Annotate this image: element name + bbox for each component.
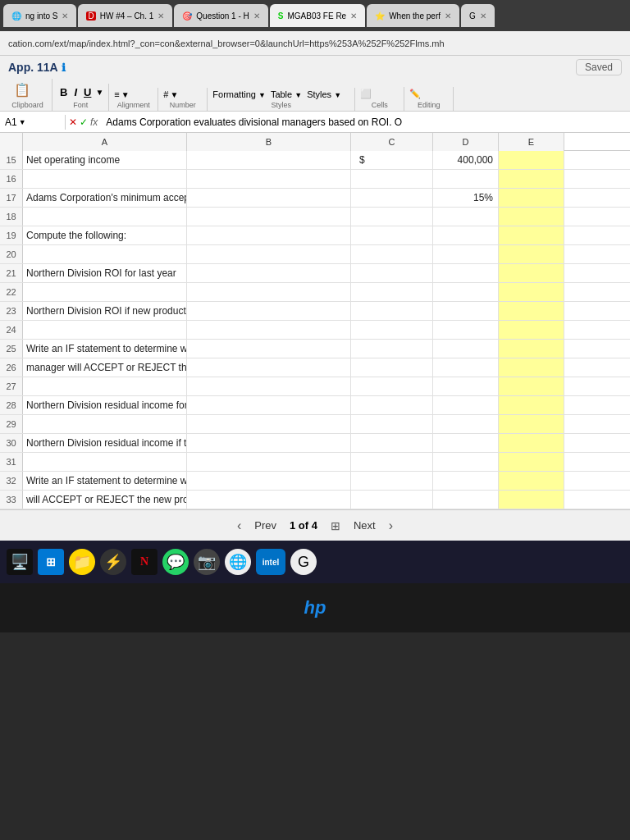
cell-c27[interactable] bbox=[351, 377, 433, 395]
cell-b19[interactable] bbox=[187, 226, 351, 244]
tab-close-icon[interactable]: ✕ bbox=[480, 11, 486, 21]
cell-c32[interactable] bbox=[351, 472, 433, 490]
cell-b26[interactable] bbox=[187, 358, 351, 377]
cell-d20[interactable] bbox=[433, 245, 499, 263]
cell-c19[interactable] bbox=[351, 226, 433, 244]
cell-d27[interactable] bbox=[433, 377, 499, 395]
cell-e15[interactable] bbox=[499, 151, 564, 169]
number-dropdown[interactable]: ▼ bbox=[170, 90, 178, 99]
cell-reference-box[interactable]: A1 ▼ bbox=[0, 115, 66, 130]
address-bar[interactable]: cation.com/ext/map/index.html?_con=con&e… bbox=[0, 31, 630, 56]
taskbar-icon-windows[interactable]: 🖥️ bbox=[7, 549, 33, 575]
cell-e26[interactable] bbox=[499, 358, 564, 377]
cell-c28[interactable] bbox=[351, 396, 433, 414]
cell-a21[interactable]: Northern Division ROI for last year bbox=[23, 264, 187, 282]
col-header-e[interactable]: E bbox=[499, 133, 564, 151]
cell-e28[interactable] bbox=[499, 396, 564, 414]
styles-button[interactable]: Styles ▼ bbox=[307, 89, 341, 99]
cell-e20[interactable] bbox=[499, 245, 564, 263]
cell-a18[interactable] bbox=[23, 208, 187, 226]
cell-b31[interactable] bbox=[187, 453, 351, 471]
cell-a19[interactable]: Compute the following: bbox=[23, 226, 187, 244]
cell-b25[interactable] bbox=[187, 340, 351, 358]
col-header-a[interactable]: A bbox=[23, 133, 187, 151]
cell-d33[interactable] bbox=[433, 491, 499, 509]
table-button[interactable]: Table ▼ bbox=[271, 89, 302, 99]
cell-b22[interactable] bbox=[187, 283, 351, 301]
cell-a28[interactable]: Northern Division residual income for la… bbox=[23, 396, 187, 414]
tab-close-icon[interactable]: ✕ bbox=[158, 11, 164, 21]
tab-when-the-perf[interactable]: ⭐ When the perf ✕ bbox=[367, 4, 459, 27]
next-button[interactable]: Next bbox=[354, 519, 376, 532]
font-dropdown-arrow[interactable]: ▼ bbox=[95, 88, 103, 97]
cell-b15[interactable] bbox=[187, 151, 351, 169]
cell-c16[interactable] bbox=[351, 170, 433, 188]
cell-e18[interactable] bbox=[499, 208, 564, 226]
cell-e23[interactable] bbox=[499, 302, 564, 320]
cell-d31[interactable] bbox=[433, 453, 499, 471]
cell-e16[interactable] bbox=[499, 170, 564, 188]
cell-a20[interactable] bbox=[23, 245, 187, 263]
tab-close-icon[interactable]: ✕ bbox=[62, 11, 68, 21]
cell-e25[interactable] bbox=[499, 340, 564, 358]
cell-e27[interactable] bbox=[499, 377, 564, 395]
tab-close-icon[interactable]: ✕ bbox=[350, 11, 357, 21]
taskbar-icon-google[interactable]: G bbox=[290, 549, 317, 575]
cell-e30[interactable] bbox=[499, 434, 564, 452]
tab-close-icon[interactable]: ✕ bbox=[253, 11, 260, 21]
underline-button[interactable]: U bbox=[81, 85, 94, 99]
cell-e32[interactable] bbox=[499, 472, 564, 490]
bold-button[interactable]: B bbox=[57, 85, 70, 99]
cell-b27[interactable] bbox=[187, 377, 351, 395]
cell-d28[interactable] bbox=[433, 396, 499, 414]
cell-c29[interactable] bbox=[351, 415, 433, 433]
taskbar-icon-start[interactable]: ⊞ bbox=[38, 549, 64, 575]
taskbar-icon-camera[interactable]: 📷 bbox=[194, 549, 220, 575]
cell-e21[interactable] bbox=[499, 264, 564, 282]
cell-c18[interactable] bbox=[351, 208, 433, 226]
paste-button[interactable]: 📋 bbox=[8, 80, 36, 99]
cell-b29[interactable] bbox=[187, 415, 351, 433]
cell-c24[interactable] bbox=[351, 321, 433, 339]
cell-b16[interactable] bbox=[187, 170, 351, 188]
cell-e17[interactable] bbox=[499, 189, 564, 207]
cell-a26[interactable]: manager will ACCEPT or REJECT the new pr… bbox=[23, 358, 187, 377]
col-header-d[interactable]: D bbox=[433, 133, 499, 151]
formatting-button[interactable]: Formatting ▼ bbox=[212, 89, 266, 99]
cell-b17[interactable] bbox=[187, 189, 351, 207]
cell-c26[interactable] bbox=[351, 358, 433, 377]
cell-a32[interactable]: Write an IF statement to determine wheth… bbox=[23, 472, 187, 490]
taskbar-icon-intel[interactable]: intel bbox=[256, 549, 285, 575]
cell-b24[interactable] bbox=[187, 321, 351, 339]
cell-b32[interactable] bbox=[187, 472, 351, 490]
cell-a33[interactable]: will ACCEPT or REJECT the new product li… bbox=[23, 491, 187, 509]
taskbar-icon-thunder[interactable]: ⚡ bbox=[100, 549, 126, 575]
cell-a30[interactable]: Northern Division residual income if the… bbox=[23, 434, 187, 452]
cell-b28[interactable] bbox=[187, 396, 351, 414]
cell-c22[interactable] bbox=[351, 283, 433, 301]
cell-b20[interactable] bbox=[187, 245, 351, 263]
cell-d26[interactable] bbox=[433, 358, 499, 377]
cell-c23[interactable] bbox=[351, 302, 433, 320]
cell-ref-dropdown[interactable]: ▼ bbox=[19, 118, 26, 126]
cell-a16[interactable] bbox=[23, 170, 187, 188]
cell-c17[interactable] bbox=[351, 189, 433, 207]
taskbar-icon-files[interactable]: 📁 bbox=[69, 549, 95, 575]
tab-mgab03[interactable]: S MGAB03 FE Re ✕ bbox=[270, 4, 365, 27]
cell-a25[interactable]: Write an IF statement to determine wheth… bbox=[23, 340, 187, 358]
cell-d16[interactable] bbox=[433, 170, 499, 188]
cell-c20[interactable] bbox=[351, 245, 433, 263]
cell-c25[interactable] bbox=[351, 340, 433, 358]
cell-e24[interactable] bbox=[499, 321, 564, 339]
cell-d21[interactable] bbox=[433, 264, 499, 282]
cell-d32[interactable] bbox=[433, 472, 499, 490]
cell-c33[interactable] bbox=[351, 491, 433, 509]
cell-c30[interactable] bbox=[351, 434, 433, 452]
cell-e31[interactable] bbox=[499, 453, 564, 471]
tab-hw4[interactable]: D HW #4 – Ch. 1 ✕ bbox=[78, 4, 172, 27]
insert-function-icon[interactable]: fx bbox=[90, 116, 98, 128]
cell-d23[interactable] bbox=[433, 302, 499, 320]
taskbar-icon-netflix[interactable]: N bbox=[131, 549, 158, 575]
prev-button[interactable]: Prev bbox=[254, 519, 276, 532]
cell-b30[interactable] bbox=[187, 434, 351, 452]
